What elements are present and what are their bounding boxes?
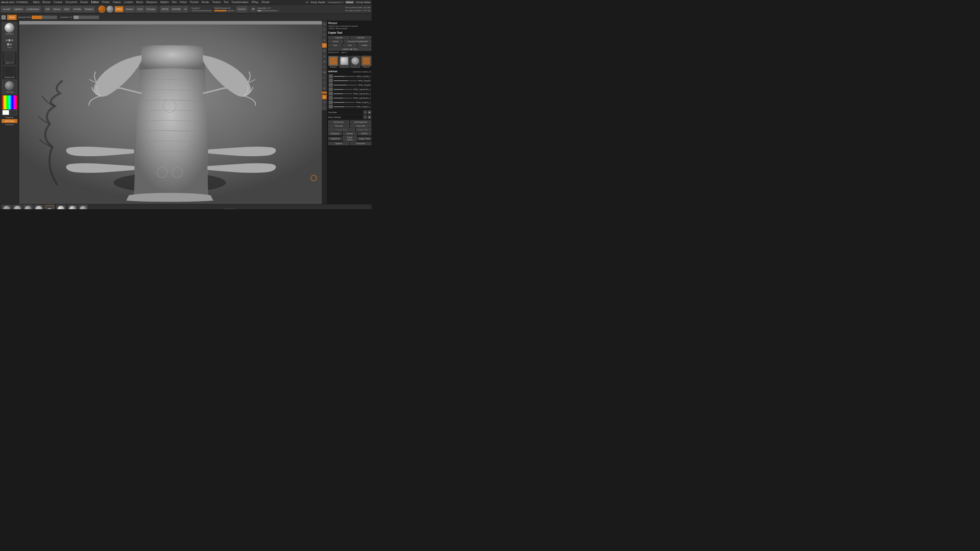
subtool-slider-0[interactable]: [334, 76, 355, 77]
move-button[interactable]: Dépl.: [63, 6, 71, 12]
black-swatch[interactable]: [10, 110, 17, 115]
menu-alpha[interactable]: Alpha: [33, 1, 40, 3]
gizmo-icon[interactable]: G: [322, 54, 327, 59]
subtool-row-5[interactable]: PM3D_Cylinder3D1_3: [328, 96, 371, 100]
subtool-slider-6[interactable]: [334, 102, 355, 103]
texture-off-swatch[interactable]: Texture Off: [2, 65, 17, 79]
brush-orb-clay[interactable]: Orb_clay: [79, 205, 88, 209]
dupliquer-button[interactable]: Dupliquer: [328, 132, 342, 135]
caliber-icon[interactable]: C: [322, 64, 327, 69]
scene-icon[interactable]: S: [322, 105, 327, 110]
rotate-button[interactable]: Rotation: [83, 6, 95, 12]
menu-calque[interactable]: Calque: [113, 1, 121, 3]
zsub-button[interactable]: ZSub: [135, 6, 144, 12]
zmoins-button[interactable]: ZMoins: [124, 6, 135, 12]
subtool-row-1[interactable]: PM3D_Ring3D1: [328, 79, 371, 83]
gyro-icon[interactable]: ⊕: [322, 59, 327, 64]
menu-edition[interactable]: Edition: [91, 1, 99, 3]
standard-brush-swatch[interactable]: Standard: [2, 22, 17, 36]
nouv-dossier-btn[interactable]: +: [363, 115, 367, 119]
orb-clay-swatch[interactable]: Orb clay: [2, 80, 17, 94]
copier-filtre-input[interactable]: [356, 128, 371, 131]
brush-rybuildup[interactable]: ryBuildup: [34, 205, 43, 209]
menu-document[interactable]: Document: [65, 1, 77, 3]
suppr-autres-button[interactable]: Suppr. Autres: [343, 136, 356, 141]
thumb-simplebrush[interactable]: SimpleBrush: [350, 56, 360, 68]
tous-bas-button[interactable]: Tous bas: [328, 124, 349, 127]
menu-tool[interactable]: Tool: [224, 1, 228, 3]
brush-matcap-gray[interactable]: MatCap Gray: [56, 205, 66, 209]
gradient-box[interactable]: [2, 95, 17, 110]
subtool-row-4[interactable]: PM3D_Cylinder3D1_2: [328, 92, 371, 96]
intensity-slider[interactable]: [257, 10, 278, 11]
fusionner-button[interactable]: Fusionner: [350, 142, 371, 145]
importer-button[interactable]: Importer: [328, 36, 349, 39]
subtool-slider-5[interactable]: [334, 98, 352, 98]
menu-film[interactable]: Film: [172, 1, 177, 3]
subtool-slider-7[interactable]: [334, 106, 355, 107]
display2-icon[interactable]: ⊞: [322, 70, 327, 75]
subtool-slider-4[interactable]: [334, 94, 352, 94]
brush-move[interactable]: Move: [2, 205, 11, 209]
menu-texture[interactable]: Texture: [212, 1, 221, 3]
brush-sphere-icon[interactable]: [98, 6, 105, 13]
menu-picker[interactable]: Picker: [180, 1, 187, 3]
ajouter-button[interactable]: Ajouter: [343, 132, 356, 135]
camera-icon[interactable]: ⟳: [251, 6, 256, 12]
menu-lumiere[interactable]: Lumière: [124, 1, 133, 3]
convertir-button[interactable]: Convertir PolyMesh3D: [344, 40, 371, 43]
menu-marqueur[interactable]: Marqueur: [146, 1, 157, 3]
top-stat-zscript[interactable]: ZScript Défaut: [356, 1, 371, 3]
nouv-dossier-arrow-btn[interactable]: ▶: [368, 115, 371, 119]
subtool-row-0[interactable]: PM3D_Cube3D_1: [328, 74, 371, 79]
subtool-slider-2[interactable]: [334, 85, 357, 86]
m-button[interactable]: M: [183, 6, 188, 12]
tout-button[interactable]: Tout: [343, 44, 356, 47]
bpr-icon[interactable]: B: [322, 38, 327, 43]
dots-brush-swatch[interactable]: Dots: [2, 37, 17, 51]
menu-fichier[interactable]: Fichier: [102, 1, 110, 3]
diviser-button[interactable]: Diviser: [224, 209, 235, 209]
brush-flatten[interactable]: Flatten: [13, 205, 22, 209]
polypaint-icon[interactable]: M: [322, 48, 327, 53]
supprimer-button[interactable]: Supprimer: [328, 137, 342, 140]
zplus-button[interactable]: ZPlus: [115, 6, 124, 12]
transp-icon[interactable]: T: [322, 80, 327, 86]
persp-icon[interactable]: P: [322, 27, 327, 32]
menu-couleur[interactable]: Couleur: [54, 1, 62, 3]
display-icon[interactable]: D: [322, 21, 327, 27]
subtool-slider-3[interactable]: [334, 89, 352, 90]
lightbox-tools-button[interactable]: LightBox ▶ Tools: [328, 48, 371, 51]
scale-button[interactable]: Échelle: [72, 6, 83, 12]
color-picker-section[interactable]: [2, 95, 18, 116]
mrvb-button[interactable]: MRVB: [160, 6, 170, 12]
subtool-row-7[interactable]: PM3D_Ring3D1_2: [328, 105, 371, 109]
alternative-button[interactable]: Alternative: [2, 119, 18, 123]
menu-matiere[interactable]: Matière: [160, 1, 169, 3]
dynamic-button[interactable]: Dynamic: [236, 6, 247, 12]
render-orange-icon[interactable]: R: [322, 43, 327, 48]
brush-standard[interactable]: Standard: [24, 205, 33, 209]
autoorganiser-button[interactable]: AutoOrganiser: [350, 121, 371, 124]
brush-clipcurve[interactable]: ClipCurve: [45, 205, 54, 209]
edit-button[interactable]: Edit: [44, 6, 51, 12]
white-swatch[interactable]: [2, 110, 9, 115]
material-icon[interactable]: M: [322, 94, 327, 100]
lightbox-button[interactable]: LightBox: [12, 6, 24, 12]
visible-button[interactable]: Visible: [358, 44, 371, 47]
local-icon[interactable]: L: [322, 75, 327, 80]
intensity-val-slider[interactable]: [73, 16, 99, 19]
durete-slider[interactable]: [191, 10, 212, 11]
thumb-extract2b[interactable]: Extract2: [361, 56, 371, 68]
menu-rendu[interactable]: Rendu: [202, 1, 209, 3]
liveboolean-button[interactable]: LiveBoolean: [25, 6, 41, 12]
rapide-button[interactable]: RAPIDE: [171, 6, 183, 12]
cloner-button[interactable]: Cloner: [328, 40, 343, 43]
zplus-row-btn[interactable]: ZPlus: [7, 15, 17, 20]
menu-macro[interactable]: Macro: [136, 1, 143, 3]
look-icon[interactable]: 👁: [322, 86, 327, 91]
thumb-polymesh[interactable]: PolyMesh3D: [339, 56, 349, 68]
viewport[interactable]: [19, 21, 322, 204]
top-stat-enreg[interactable]: Enreg. Rapide: [310, 1, 325, 3]
subtool-slider-1[interactable]: [334, 80, 357, 81]
